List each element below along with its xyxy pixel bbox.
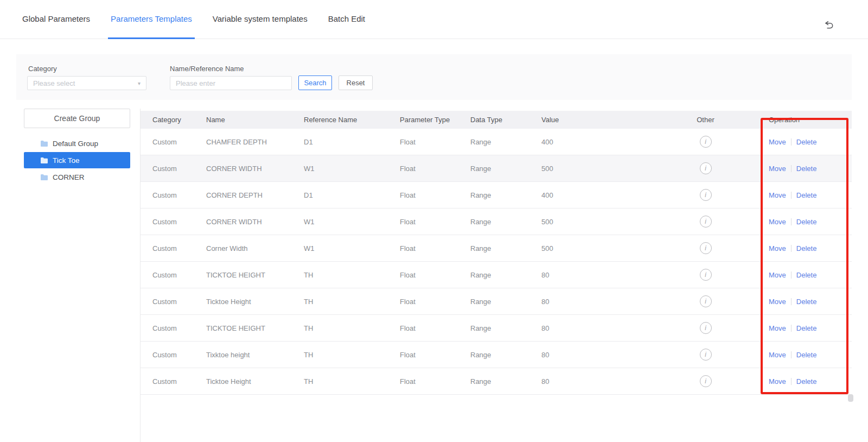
delete-link[interactable]: Delete — [796, 165, 817, 173]
name-reference-label: Name/Reference Name — [170, 65, 244, 73]
delete-link[interactable]: Delete — [796, 271, 817, 279]
sidebar-group-item[interactable]: Default Group — [24, 135, 130, 151]
delete-link[interactable]: Delete — [796, 324, 817, 332]
cell-category: Custom — [141, 271, 194, 279]
delete-link[interactable]: Delete — [796, 244, 817, 252]
col-header-name: Name — [194, 116, 292, 124]
cell-other: i — [654, 295, 757, 307]
cell-operation: Move Delete — [757, 165, 852, 173]
info-icon[interactable]: i — [700, 189, 712, 201]
delete-link[interactable]: Delete — [796, 351, 817, 359]
tab[interactable]: Batch Edit — [326, 0, 368, 39]
cell-value: 400 — [529, 191, 654, 199]
info-icon[interactable]: i — [700, 295, 712, 307]
move-link[interactable]: Move — [769, 138, 786, 146]
cell-category: Custom — [141, 324, 194, 332]
move-link[interactable]: Move — [769, 191, 786, 199]
move-link[interactable]: Move — [769, 351, 786, 359]
cell-other: i — [654, 242, 757, 254]
cell-parameter-type: Float — [388, 271, 458, 279]
move-link[interactable]: Move — [769, 244, 786, 252]
cell-value: 80 — [529, 377, 654, 386]
group-label: Tick Toe — [53, 156, 80, 165]
tab[interactable]: Variable system templates — [210, 0, 310, 39]
operation-separator — [791, 378, 792, 385]
search-button[interactable]: Search — [298, 75, 332, 90]
delete-link[interactable]: Delete — [796, 377, 817, 386]
create-group-button[interactable]: Create Group — [24, 109, 130, 128]
cell-reference-name: D1 — [292, 191, 388, 199]
cell-name: Ticktoe Height — [194, 377, 292, 386]
filter-panel: Category Please select ▾ Name/Reference … — [16, 54, 852, 100]
category-select-placeholder: Please select — [33, 79, 138, 87]
cell-name: CORNER WIDTH — [194, 165, 292, 173]
cell-operation: Move Delete — [757, 191, 852, 199]
cell-name: TICKTOE HEIGHT — [194, 271, 292, 279]
cell-value: 500 — [529, 218, 654, 226]
cell-data-type: Range — [458, 218, 529, 226]
operation-separator — [791, 298, 792, 305]
col-header-parameter-type: Parameter Type — [388, 116, 458, 124]
group-label: Default Group — [53, 140, 98, 148]
move-link[interactable]: Move — [769, 271, 786, 279]
sidebar-group-item[interactable]: Tick Toe — [24, 152, 130, 168]
cell-data-type: Range — [458, 165, 529, 173]
name-reference-input[interactable] — [170, 76, 292, 90]
folder-icon — [40, 140, 48, 147]
info-icon[interactable]: i — [700, 349, 712, 361]
info-icon[interactable]: i — [700, 136, 712, 148]
cell-name: CHAMFER DEPTH — [194, 138, 292, 146]
table-row: Custom Tixktoe height TH Float Range 80 … — [141, 342, 852, 368]
cell-other: i — [654, 216, 757, 228]
category-select[interactable]: Please select ▾ — [27, 76, 146, 90]
cell-reference-name: TH — [292, 377, 388, 386]
cell-data-type: Range — [458, 351, 529, 359]
sidebar-group-item[interactable]: CORNER — [24, 169, 130, 185]
col-header-operation: Operation — [757, 116, 852, 124]
info-icon[interactable]: i — [700, 322, 712, 334]
info-icon[interactable]: i — [700, 162, 712, 174]
reset-button[interactable]: Reset — [339, 75, 373, 90]
cell-parameter-type: Float — [388, 218, 458, 226]
move-link[interactable]: Move — [769, 218, 786, 226]
delete-link[interactable]: Delete — [796, 138, 817, 146]
move-link[interactable]: Move — [769, 377, 786, 386]
cell-other: i — [654, 136, 757, 148]
delete-link[interactable]: Delete — [796, 298, 817, 306]
scrollbar-thumb[interactable] — [848, 394, 853, 402]
table-row: Custom CORNER WIDTH W1 Float Range 500 i… — [141, 209, 852, 235]
info-icon[interactable]: i — [700, 242, 712, 254]
group-sidebar: Create Group Default Group Tick Toe — [16, 109, 140, 186]
cell-operation: Move Delete — [757, 271, 852, 279]
move-link[interactable]: Move — [769, 165, 786, 173]
cell-operation: Move Delete — [757, 218, 852, 226]
cell-category: Custom — [141, 165, 194, 173]
operation-separator — [791, 165, 792, 172]
cell-reference-name: W1 — [292, 218, 388, 226]
move-link[interactable]: Move — [769, 324, 786, 332]
delete-link[interactable]: Delete — [796, 191, 817, 199]
tab[interactable]: Parameters Templates — [108, 0, 195, 39]
info-icon[interactable]: i — [700, 269, 712, 281]
cell-operation: Move Delete — [757, 244, 852, 252]
cell-other: i — [654, 349, 757, 361]
tab[interactable]: Global Parameters — [20, 0, 93, 39]
undo-icon[interactable] — [822, 18, 835, 31]
cell-category: Custom — [141, 191, 194, 199]
table-row: Custom CORNER WIDTH W1 Float Range 500 i… — [141, 155, 852, 182]
delete-link[interactable]: Delete — [796, 218, 817, 226]
cell-reference-name: TH — [292, 298, 388, 306]
cell-parameter-type: Float — [388, 298, 458, 306]
col-header-reference-name: Reference Name — [292, 116, 388, 124]
move-link[interactable]: Move — [769, 298, 786, 306]
cell-value: 80 — [529, 298, 654, 306]
info-icon[interactable]: i — [700, 216, 712, 228]
cell-name: Ticktoe Height — [194, 298, 292, 306]
cell-other: i — [654, 189, 757, 201]
cell-data-type: Range — [458, 377, 529, 386]
cell-value: 500 — [529, 244, 654, 252]
cell-value: 80 — [529, 351, 654, 359]
info-icon[interactable]: i — [700, 375, 712, 387]
cell-reference-name: W1 — [292, 165, 388, 173]
cell-name: CORNER WIDTH — [194, 218, 292, 226]
